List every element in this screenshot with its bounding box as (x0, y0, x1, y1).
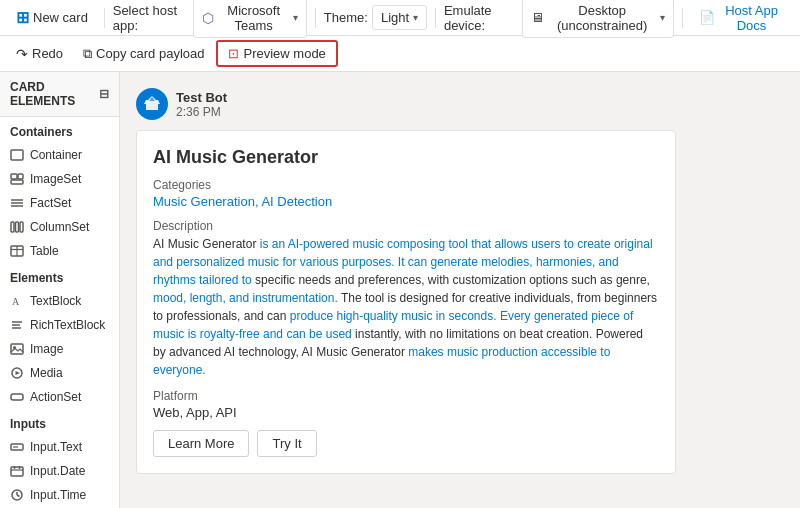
svg-rect-21 (11, 394, 23, 400)
divider-2 (315, 8, 316, 28)
top-toolbar: ⊞ New card Select host app: ⬡ Microsoft … (0, 0, 800, 36)
copy-icon: ⧉ (83, 46, 92, 62)
svg-rect-7 (11, 222, 14, 232)
emulate-label: Emulate device: (444, 3, 518, 33)
preview-mode-button[interactable]: ⊡ Preview mode (216, 40, 337, 67)
preview-icon: ⊡ (228, 46, 239, 61)
bot-time: 2:36 PM (176, 105, 227, 119)
columnset-label: ColumnSet (30, 220, 89, 234)
inputtext-icon (10, 440, 24, 454)
learn-more-button[interactable]: Learn More (153, 430, 249, 457)
actionset-label: ActionSet (30, 390, 81, 404)
sidebar-item-factset[interactable]: FactSet (0, 191, 119, 215)
host-app-docs-button[interactable]: 📄 Host App Docs (691, 0, 792, 37)
platform-label: Platform (153, 389, 659, 403)
sidebar-item-container[interactable]: Container (0, 143, 119, 167)
theme-dropdown[interactable]: Light ▾ (372, 5, 427, 30)
docs-icon: 📄 (699, 10, 715, 25)
select-host-label: Select host app: (113, 3, 188, 33)
card-title: AI Music Generator (153, 147, 659, 168)
redo-button[interactable]: ↷ Redo (8, 42, 71, 66)
redo-icon: ↷ (16, 46, 28, 62)
sidebar-item-input-text[interactable]: Input.Text (0, 435, 119, 459)
svg-text:A: A (12, 296, 20, 307)
divider-4 (682, 8, 683, 28)
emulate-chevron-icon: ▾ (660, 12, 665, 23)
host-chevron-icon: ▾ (293, 12, 298, 23)
richtextblock-icon (10, 318, 24, 332)
sidebar-item-imageset[interactable]: ImageSet (0, 167, 119, 191)
copy-payload-button[interactable]: ⧉ Copy card payload (75, 42, 212, 66)
image-label: Image (30, 342, 63, 356)
sidebar-item-table[interactable]: Table (0, 239, 119, 263)
categories-link[interactable]: Music Generation, AI Detection (153, 194, 332, 209)
sidebar-item-textblock[interactable]: A TextBlock (0, 289, 119, 313)
second-toolbar: ↷ Redo ⧉ Copy card payload ⊡ Preview mod… (0, 36, 800, 72)
host-app-docs-label: Host App Docs (719, 3, 784, 33)
columnset-icon (10, 220, 24, 234)
new-card-icon: ⊞ (16, 8, 29, 27)
sidebar: CARD ELEMENTS ⊟ Containers Container Ima… (0, 72, 120, 508)
description-label: Description (153, 219, 659, 233)
sidebar-item-actionset[interactable]: ActionSet (0, 385, 119, 409)
emulate-dropdown[interactable]: 🖥 Desktop (unconstrained) ▾ (522, 0, 674, 38)
categories-value: Music Generation, AI Detection (153, 194, 659, 209)
sidebar-item-richtextblock[interactable]: RichTextBlock (0, 313, 119, 337)
new-card-label: New card (33, 10, 88, 25)
sidebar-item-image[interactable]: Image (0, 337, 119, 361)
sidebar-item-media[interactable]: Media (0, 361, 119, 385)
image-icon (10, 342, 24, 356)
factset-icon (10, 196, 24, 210)
platform-value: Web, App, API (153, 405, 659, 420)
elements-section-title: Elements (0, 263, 119, 289)
svg-rect-3 (11, 180, 23, 184)
bot-header: Test Bot 2:36 PM (136, 88, 784, 120)
inputdate-icon (10, 464, 24, 478)
factset-label: FactSet (30, 196, 71, 210)
imageset-label: ImageSet (30, 172, 81, 186)
textblock-label: TextBlock (30, 294, 81, 308)
svg-line-30 (17, 495, 20, 497)
desktop-icon: 🖥 (531, 10, 544, 25)
content-area: Test Bot 2:36 PM AI Music Generator Cate… (120, 72, 800, 508)
categories-label: Categories (153, 178, 659, 192)
svg-rect-0 (11, 150, 23, 160)
theme-value: Light (381, 10, 409, 25)
adaptive-card: AI Music Generator Categories Music Gene… (136, 130, 676, 474)
sidebar-item-input-date[interactable]: Input.Date (0, 459, 119, 483)
desc-highlight-2: mood, length, and instrumentation. (153, 291, 338, 305)
bot-name: Test Bot (176, 90, 227, 105)
svg-rect-1 (11, 174, 17, 179)
table-icon (10, 244, 24, 258)
sidebar-item-columnset[interactable]: ColumnSet (0, 215, 119, 239)
input-text-label: Input.Text (30, 440, 82, 454)
sidebar-item-input-time[interactable]: Input.Time (0, 483, 119, 507)
theme-chevron-icon: ▾ (413, 12, 418, 23)
bot-info: Test Bot 2:36 PM (176, 90, 227, 119)
redo-label: Redo (32, 46, 63, 61)
container-label: Container (30, 148, 82, 162)
new-card-button[interactable]: ⊞ New card (8, 4, 96, 31)
svg-rect-8 (16, 222, 19, 232)
svg-marker-20 (16, 371, 21, 375)
copy-label: Copy card payload (96, 46, 204, 61)
host-dropdown[interactable]: ⬡ Microsoft Teams ▾ (193, 0, 307, 38)
theme-label: Theme: (324, 10, 368, 25)
try-it-button[interactable]: Try It (257, 430, 316, 457)
description-text: AI Music Generator is an AI-powered musi… (153, 235, 659, 379)
svg-rect-17 (11, 344, 23, 354)
svg-rect-24 (11, 467, 23, 476)
svg-rect-9 (20, 222, 23, 232)
richtextblock-label: RichTextBlock (30, 318, 105, 332)
teams-icon: ⬡ (202, 10, 214, 26)
sidebar-collapse-icon[interactable]: ⊟ (99, 87, 109, 101)
sidebar-header: CARD ELEMENTS ⊟ (0, 72, 119, 117)
inputtime-icon (10, 488, 24, 502)
main-layout: CARD ELEMENTS ⊟ Containers Container Ima… (0, 72, 800, 508)
containers-section-title: Containers (0, 117, 119, 143)
emulate-value: Desktop (unconstrained) (548, 3, 656, 33)
table-label: Table (30, 244, 59, 258)
preview-label: Preview mode (243, 46, 325, 61)
svg-rect-2 (18, 174, 23, 179)
host-value: Microsoft Teams (218, 3, 289, 33)
